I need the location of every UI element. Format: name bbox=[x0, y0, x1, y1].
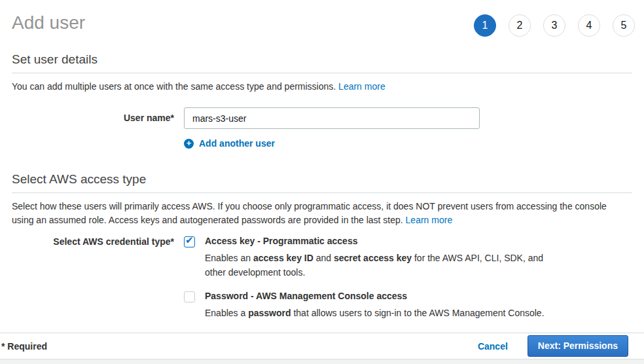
user-details-intro-text: You can add multiple users at once with … bbox=[12, 81, 338, 92]
password-option-desc: Enables a password that allows users to … bbox=[205, 306, 545, 320]
user-details-section: Set user details You can add multiple us… bbox=[0, 52, 644, 149]
access-key-checkbox[interactable] bbox=[184, 236, 195, 247]
access-type-section: Select AWS access type Select how these … bbox=[0, 172, 644, 320]
credential-type-label: Select AWS credential type* bbox=[12, 236, 174, 320]
step-1: 1 bbox=[474, 14, 496, 37]
add-another-user-label: Add another user bbox=[199, 138, 275, 149]
user-details-heading: Set user details bbox=[12, 52, 632, 73]
access-key-option: Access key - Programmatic access Enables… bbox=[184, 236, 550, 280]
add-another-user-button[interactable]: + Add another user bbox=[184, 138, 275, 149]
required-note: * Required bbox=[1, 341, 47, 352]
access-type-intro: Select how these users will primarily ac… bbox=[12, 193, 632, 227]
password-checkbox[interactable] bbox=[184, 291, 195, 302]
user-details-intro: You can add multiple users at once with … bbox=[12, 73, 632, 94]
plus-circle-icon: + bbox=[184, 139, 194, 149]
wizard-footer: * Required Cancel Next: Permissions bbox=[0, 333, 644, 359]
cancel-button[interactable]: Cancel bbox=[478, 341, 508, 352]
learn-more-link[interactable]: Learn more bbox=[338, 81, 385, 92]
step-4: 4 bbox=[578, 14, 600, 37]
username-input[interactable] bbox=[184, 107, 480, 129]
next-permissions-button[interactable]: Next: Permissions bbox=[528, 335, 628, 357]
password-option-title: Password - AWS Management Console access bbox=[205, 291, 545, 301]
step-2: 2 bbox=[509, 14, 531, 37]
access-key-option-title: Access key - Programmatic access bbox=[205, 236, 550, 246]
credential-type-row: Select AWS credential type* Access key -… bbox=[12, 236, 632, 320]
page-title: Add user bbox=[12, 10, 85, 35]
step-indicator: 1 2 3 4 5 bbox=[474, 10, 635, 37]
access-key-option-desc: Enables an access key ID and secret acce… bbox=[205, 251, 550, 280]
step-3: 3 bbox=[543, 14, 565, 37]
password-option: Password - AWS Management Console access… bbox=[184, 291, 550, 320]
access-type-heading: Select AWS access type bbox=[12, 172, 632, 192]
username-label: User name* bbox=[12, 107, 174, 129]
page-bottom-strip bbox=[0, 359, 644, 364]
wizard-header: Add user 1 2 3 4 5 bbox=[0, 0, 644, 37]
username-row: User name* bbox=[12, 107, 632, 129]
access-type-intro-text: Select how these users will primarily ac… bbox=[12, 201, 607, 225]
learn-more-link[interactable]: Learn more bbox=[406, 215, 453, 225]
step-5: 5 bbox=[613, 14, 635, 37]
